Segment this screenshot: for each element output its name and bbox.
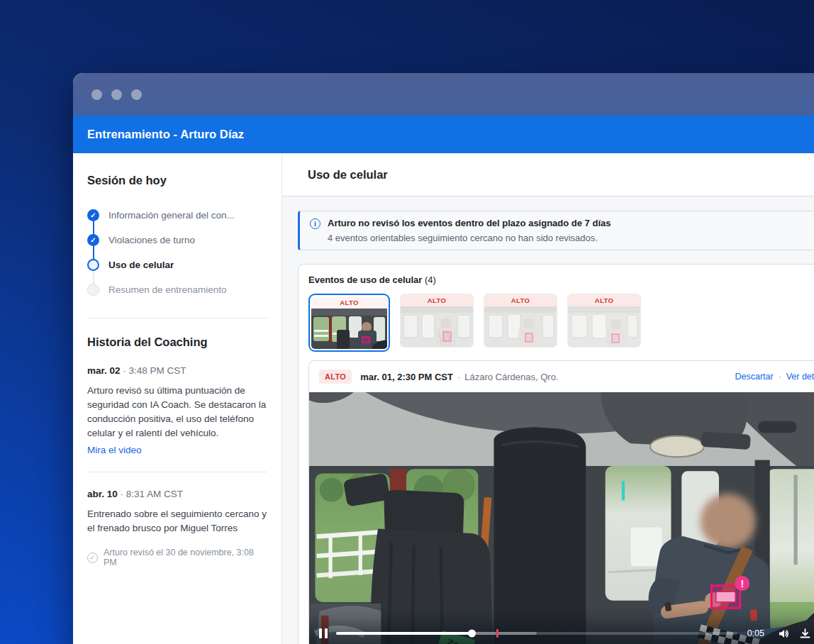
session-title: Sesión de hoy bbox=[87, 174, 267, 187]
severity-label: ALTO bbox=[311, 296, 387, 309]
coaching-entry-meta: mar. 02 · 3:48 PM CST bbox=[87, 365, 267, 376]
event-thumbnail-image bbox=[484, 306, 557, 347]
step-upcoming-icon bbox=[87, 284, 99, 296]
window-titlebar bbox=[73, 73, 814, 116]
event-detail-header: ALTO mar. 01, 2:30 PM CST · Lázaro Cárde… bbox=[309, 361, 814, 392]
sidebar-divider bbox=[87, 472, 267, 472]
download-icon[interactable] bbox=[799, 628, 811, 640]
session-stepper: ✓ Información general del con... ✓ Viola… bbox=[87, 203, 267, 302]
step-check-icon: ✓ bbox=[87, 209, 99, 221]
progress-bar[interactable] bbox=[336, 632, 737, 635]
browser-window: Entrenamiento - Arturo Díaz Sesión de ho… bbox=[73, 73, 814, 644]
event-thumbnail-row: ALTO bbox=[308, 294, 814, 352]
coaching-entry-body: Arturo revisó su última puntuación de se… bbox=[87, 384, 267, 440]
page-title: Entrenamiento - Arturo Díaz bbox=[87, 128, 244, 141]
sidebar-divider bbox=[87, 318, 267, 318]
event-thumbnail-selected[interactable]: ALTO bbox=[308, 294, 390, 352]
step-current-icon bbox=[87, 259, 99, 271]
view-details-link[interactable]: Ver detalles bbox=[786, 372, 814, 382]
coaching-entry: mar. 02 · 3:48 PM CST Arturo revisó su ú… bbox=[87, 365, 267, 456]
svg-text:!: ! bbox=[740, 579, 744, 589]
event-detail-card: ALTO mar. 01, 2:30 PM CST · Lázaro Cárde… bbox=[308, 360, 814, 644]
step-driver-overview[interactable]: ✓ Información general del con... bbox=[87, 203, 267, 228]
coaching-history-title: Historia del Coaching bbox=[87, 335, 267, 349]
step-check-icon: ✓ bbox=[87, 234, 99, 246]
main-panel: Uso de celular i Arturo no revisó los ev… bbox=[282, 153, 814, 644]
severity-label: ALTO bbox=[484, 294, 557, 306]
dismiss-link[interactable]: Descartar bbox=[735, 372, 773, 382]
overdue-review-banner: i Arturo no revisó los eventos dentro de… bbox=[298, 211, 814, 250]
event-thumbnail-image bbox=[401, 306, 473, 347]
app-header: Entrenamiento - Arturo Díaz bbox=[73, 116, 814, 153]
event-thumbnail[interactable]: ALTO bbox=[484, 294, 557, 348]
reviewed-text: Arturo revisó el 30 de noviembre, 3:08 P… bbox=[104, 548, 267, 567]
step-shift-violations[interactable]: ✓ Violaciones de turno bbox=[87, 228, 267, 252]
event-location: Lázaro Cárdenas, Qro. bbox=[464, 372, 558, 382]
step-phone-usage[interactable]: Uso de celular bbox=[87, 252, 267, 277]
volume-icon[interactable] bbox=[778, 628, 790, 640]
session-sidebar: Sesión de hoy ✓ Información general del … bbox=[73, 153, 282, 644]
events-heading: Eventos de uso de celular (4) bbox=[308, 274, 814, 285]
info-icon: i bbox=[310, 218, 320, 229]
watch-video-link[interactable]: Mira el video bbox=[87, 445, 142, 455]
severity-badge: ALTO bbox=[319, 370, 352, 384]
check-circle-icon: ✓ bbox=[87, 553, 98, 563]
severity-label: ALTO bbox=[568, 294, 640, 306]
progress-fill bbox=[336, 632, 472, 635]
window-control-zoom-icon[interactable] bbox=[131, 89, 142, 100]
event-datetime: mar. 01, 2:30 PM CST bbox=[360, 372, 453, 382]
event-thumbnail[interactable]: ALTO bbox=[400, 294, 474, 348]
event-video-player[interactable]: 902 bbox=[309, 392, 814, 644]
coaching-entry-meta: abr. 10 · 8:31 AM CST bbox=[87, 489, 267, 499]
step-training-summary[interactable]: Resumen de entrenamiento bbox=[87, 277, 267, 302]
dome-light bbox=[650, 436, 704, 457]
driver-blurred-face bbox=[701, 494, 756, 549]
severity-label: ALTO bbox=[401, 294, 473, 306]
phone-events-card: Eventos de uso de celular (4) ALTO bbox=[298, 264, 814, 644]
progress-marker bbox=[496, 629, 498, 638]
video-time: 0:05 bbox=[747, 628, 764, 638]
banner-title: Arturo no revisó los eventos dentro del … bbox=[328, 218, 610, 228]
coaching-entry: abr. 10 · 8:31 AM CST Entrenado sobre el… bbox=[87, 489, 267, 567]
reviewed-status: ✓ Arturo revisó el 30 de noviembre, 3:08… bbox=[87, 548, 267, 567]
window-control-close-icon[interactable] bbox=[91, 89, 102, 100]
main-scroll-area[interactable]: i Arturo no revisó los eventos dentro de… bbox=[282, 196, 814, 644]
video-controls: 0:05 bbox=[309, 617, 814, 644]
event-thumbnail-image bbox=[311, 309, 387, 349]
dashcam-video-frame: 902 bbox=[309, 392, 814, 644]
section-header: Uso de celular bbox=[282, 153, 814, 196]
window-control-minimize-icon[interactable] bbox=[111, 89, 122, 100]
event-thumbnail[interactable]: ALTO bbox=[567, 294, 641, 348]
pause-button[interactable] bbox=[319, 628, 328, 638]
event-thumbnail-image bbox=[568, 306, 640, 347]
coaching-entry-body: Entrenado sobre el seguimiento cercano y… bbox=[87, 507, 267, 535]
banner-subtitle: 4 eventos orientables seguimiento cercan… bbox=[328, 233, 610, 243]
section-title: Uso de celular bbox=[308, 168, 388, 182]
